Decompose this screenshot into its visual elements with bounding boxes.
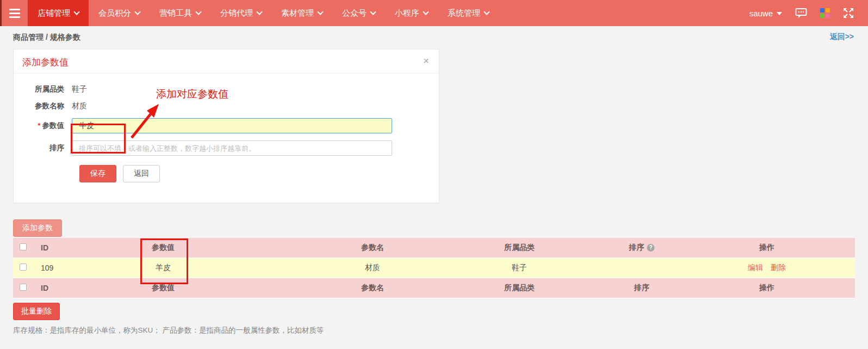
top-navbar: 店铺管理 会员积分 营销工具 分销代理 素材管理 公众号 小程序 系统管理 sa… xyxy=(0,0,868,26)
modal-title: 添加参数值 xyxy=(22,56,69,69)
nav-item-system-management[interactable]: 系统管理 xyxy=(438,0,499,26)
nav-item-mini-program[interactable]: 小程序 xyxy=(385,0,438,26)
page: 店铺管理 会员积分 营销工具 分销代理 素材管理 公众号 小程序 系统管理 sa… xyxy=(0,0,868,349)
chevron-down-icon xyxy=(317,9,323,15)
delete-link[interactable]: 删除 xyxy=(771,263,786,272)
table-row: 109 羊皮 材质 鞋子 编辑删除 xyxy=(13,258,855,278)
nav-item-shop-management[interactable]: 店铺管理 xyxy=(28,0,89,26)
table-header-row-top: ID 参数值 参数名 所属品类 排序? 操作 xyxy=(13,238,855,258)
header-id: ID xyxy=(41,243,48,252)
navbar-right: sauwe xyxy=(749,0,868,26)
cell-name: 材质 xyxy=(365,263,380,273)
sort-row: 排序 xyxy=(14,140,439,156)
header-category: 所属品类 xyxy=(504,243,535,253)
back-link[interactable]: 返回>> xyxy=(830,32,854,42)
cell-category: 鞋子 xyxy=(512,263,527,273)
back-button[interactable]: 返回 xyxy=(123,165,160,182)
caret-down-icon xyxy=(777,12,782,15)
breadcrumb: 商品管理 / 规格参数 xyxy=(13,33,80,42)
chevron-down-icon xyxy=(483,9,489,15)
header-value: 参数值 xyxy=(152,283,175,293)
modal-buttons: 保存 返回 xyxy=(79,165,439,182)
edit-link[interactable]: 编辑 xyxy=(748,263,763,272)
fullscreen-icon xyxy=(843,8,854,19)
apps-grid-icon xyxy=(820,8,830,18)
param-name-value: 材质 xyxy=(72,101,87,111)
add-param-value-modal: 添加参数值 × 所属品类 鞋子 参数名称 材质 *参数值 排序 保存 返回 xyxy=(13,49,439,203)
cell-id: 109 xyxy=(41,264,53,272)
param-name-row: 参数名称 材质 xyxy=(14,101,439,111)
param-value-label: *参数值 xyxy=(14,121,72,131)
sort-input[interactable] xyxy=(72,140,392,156)
nav-menu: 店铺管理 会员积分 营销工具 分销代理 素材管理 公众号 小程序 系统管理 xyxy=(28,0,499,26)
user-dropdown[interactable]: sauwe xyxy=(749,9,782,18)
header-sort: 排序? xyxy=(629,243,655,253)
header-category: 所属品类 xyxy=(504,283,535,293)
category-row: 所属品类 鞋子 xyxy=(14,84,439,94)
sort-label: 排序 xyxy=(14,143,72,153)
nav-item-material-management[interactable]: 素材管理 xyxy=(271,0,332,26)
hamburger-menu-icon[interactable] xyxy=(2,0,28,26)
chevron-down-icon xyxy=(195,9,201,15)
header-name: 参数名 xyxy=(361,283,384,293)
row-checkbox[interactable] xyxy=(20,264,27,272)
header-action: 操作 xyxy=(759,243,774,253)
nav-item-distribution-agent[interactable]: 分销代理 xyxy=(210,0,271,26)
username: sauwe xyxy=(749,9,773,18)
add-param-button[interactable]: 添加参数 xyxy=(13,219,62,237)
modal-body: 所属品类 鞋子 参数名称 材质 *参数值 排序 保存 返回 xyxy=(14,74,439,182)
chevron-down-icon xyxy=(73,9,79,15)
params-table: ID 参数值 参数名 所属品类 排序? 操作 109 羊皮 材质 鞋子 编辑删除… xyxy=(13,238,855,298)
footer-note: 库存规格：是指库存的最小单位，称为SKU； 产品参数：是指商品的一般属性参数，比… xyxy=(13,326,324,335)
modal-header: 添加参数值 × xyxy=(14,50,439,74)
cell-actions: 编辑删除 xyxy=(748,263,786,273)
header-name: 参数名 xyxy=(361,243,384,253)
messages-button[interactable] xyxy=(795,8,807,19)
chevron-down-icon xyxy=(370,9,376,15)
header-id: ID xyxy=(41,284,48,292)
nav-item-member-points[interactable]: 会员积分 xyxy=(89,0,150,26)
table-header-row-bottom: ID 参数值 参数名 所属品类 排序 操作 xyxy=(13,278,855,298)
param-value-row: *参数值 xyxy=(14,118,439,133)
close-icon[interactable]: × xyxy=(423,55,429,67)
header-action: 操作 xyxy=(759,283,774,293)
cell-value: 羊皮 xyxy=(156,263,171,273)
required-asterisk: * xyxy=(38,121,40,130)
save-button[interactable]: 保存 xyxy=(79,165,116,182)
param-name-label: 参数名称 xyxy=(14,101,72,111)
chevron-down-icon xyxy=(256,9,262,15)
nav-item-marketing-tools[interactable]: 营销工具 xyxy=(150,0,210,26)
apps-button[interactable] xyxy=(820,8,830,18)
nav-item-official-account[interactable]: 公众号 xyxy=(332,0,385,26)
select-all-checkbox[interactable] xyxy=(20,243,27,252)
header-value: 参数值 xyxy=(152,243,175,253)
select-all-checkbox[interactable] xyxy=(20,284,27,292)
category-value: 鞋子 xyxy=(72,84,87,94)
help-icon[interactable]: ? xyxy=(647,244,655,252)
message-bubble-icon xyxy=(795,8,807,19)
breadcrumb-bar: 商品管理 / 规格参数 返回>> xyxy=(0,26,868,48)
header-sort: 排序 xyxy=(634,283,649,293)
chevron-down-icon xyxy=(134,9,140,15)
fullscreen-button[interactable] xyxy=(843,8,854,19)
batch-delete-button[interactable]: 批量删除 xyxy=(13,303,60,320)
category-label: 所属品类 xyxy=(14,84,72,94)
param-value-input[interactable] xyxy=(72,118,392,133)
chevron-down-icon xyxy=(423,9,429,15)
